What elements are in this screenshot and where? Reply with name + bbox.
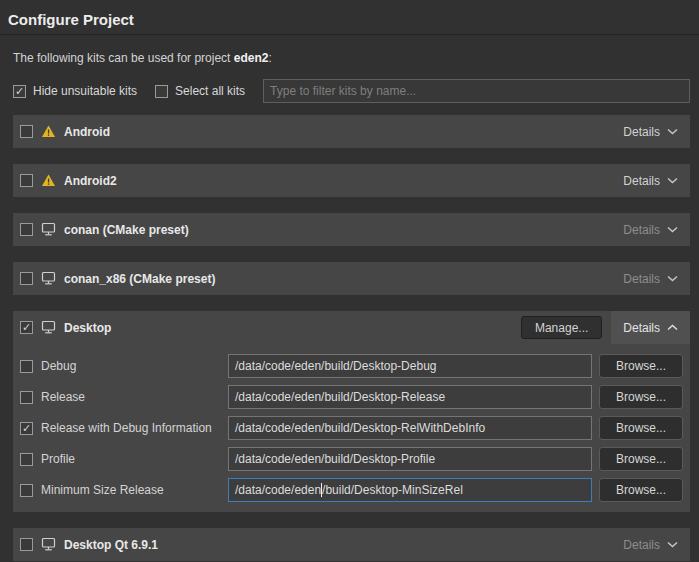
kit-header-android2: Android2Details (13, 164, 690, 197)
kit-card-android: AndroidDetails (13, 115, 690, 148)
title-separator (0, 34, 699, 35)
config-checkbox-release-with-debug-information[interactable] (20, 422, 33, 435)
kit-checkbox-android2[interactable] (20, 174, 33, 187)
config-path-input-profile[interactable]: /data/code/eden/build/Desktop-Profile (228, 447, 592, 471)
build-config-row-release: Release/data/code/eden/build/Desktop-Rel… (20, 385, 683, 409)
select-all-kits-checkbox[interactable] (155, 85, 168, 98)
browse-button-minimum-size-release[interactable]: Browse... (599, 478, 683, 502)
kit-list: AndroidDetailsAndroid2Detailsconan (CMak… (13, 115, 690, 561)
hide-unsuitable-kits-checkbox[interactable] (13, 85, 26, 98)
config-checkbox-profile[interactable] (20, 453, 33, 466)
select-all-kits-checkbox-group[interactable]: Select all kits (155, 84, 245, 98)
browse-button-release[interactable]: Browse... (599, 385, 683, 409)
chevron-down-icon (667, 177, 678, 184)
build-config-row-debug: Debug/data/code/eden/build/Desktop-Debug… (20, 354, 683, 378)
details-toggle-android[interactable]: Details (611, 115, 690, 148)
config-checkbox-minimum-size-release[interactable] (20, 484, 33, 497)
kit-details-body-desktop: Debug/data/code/eden/build/Desktop-Debug… (13, 344, 690, 512)
details-label: Details (623, 125, 660, 139)
kit-header-desktop-qt-6-9-1: Desktop Qt 6.9.1Details (13, 528, 690, 561)
kit-card-conan-x86-cmake-preset: conan_x86 (CMake preset)Details (13, 262, 690, 295)
config-label-release: Release (41, 390, 228, 404)
build-config-row-release-with-debug-information: Release with Debug Information/data/code… (20, 416, 683, 440)
config-label-minimum-size-release: Minimum Size Release (41, 483, 228, 497)
build-config-row-profile: Profile/data/code/eden/build/Desktop-Pro… (20, 447, 683, 471)
kit-card-android2: Android2Details (13, 164, 690, 197)
details-toggle-conan-x86-cmake-preset[interactable]: Details (611, 262, 690, 295)
kit-name-android: Android (64, 125, 110, 139)
kit-checkbox-desktop[interactable] (20, 321, 33, 334)
chevron-down-icon (667, 275, 678, 282)
details-label: Details (623, 538, 660, 552)
kit-filter-input[interactable] (263, 79, 690, 103)
kit-card-desktop: DesktopManage...DetailsDebug/data/code/e… (13, 311, 690, 512)
kit-name-desktop: Desktop (64, 321, 111, 335)
desktop-icon (41, 271, 56, 286)
config-path-input-release-with-debug-information[interactable]: /data/code/eden/build/Desktop-RelWithDeb… (228, 416, 592, 440)
details-label: Details (623, 174, 660, 188)
desktop-icon (41, 222, 56, 237)
kit-header-conan-x86-cmake-preset: conan_x86 (CMake preset)Details (13, 262, 690, 295)
kits-help-text: The following kits can be used for proje… (13, 51, 699, 65)
project-name: eden2 (234, 51, 269, 65)
chevron-down-icon (667, 226, 678, 233)
details-label: Details (623, 223, 660, 237)
kit-name-conan-cmake-preset: conan (CMake preset) (64, 223, 189, 237)
manage-kit-button[interactable]: Manage... (521, 316, 602, 339)
build-config-row-minimum-size-release: Minimum Size Release/data/code/eden/buil… (20, 478, 683, 502)
warning-icon (41, 173, 56, 188)
details-toggle-conan-cmake-preset[interactable]: Details (611, 213, 690, 246)
hide-unsuitable-kits-checkbox-group[interactable]: Hide unsuitable kits (13, 84, 137, 98)
config-checkbox-release[interactable] (20, 391, 33, 404)
chevron-up-icon (667, 324, 678, 331)
details-toggle-android2[interactable]: Details (611, 164, 690, 197)
kit-checkbox-conan-x86-cmake-preset[interactable] (20, 272, 33, 285)
config-label-profile: Profile (41, 452, 228, 466)
kit-header-conan-cmake-preset: conan (CMake preset)Details (13, 213, 690, 246)
config-label-debug: Debug (41, 359, 228, 373)
config-label-release-with-debug-information: Release with Debug Information (41, 421, 228, 435)
kit-checkbox-android[interactable] (20, 125, 33, 138)
kit-name-conan-x86-cmake-preset: conan_x86 (CMake preset) (64, 272, 215, 286)
details-toggle-desktop[interactable]: Details (611, 311, 690, 344)
help-text-suffix: : (268, 51, 271, 65)
details-toggle-desktop-qt-6-9-1[interactable]: Details (611, 528, 690, 561)
page-title: Configure Project (0, 0, 699, 34)
desktop-icon (41, 537, 56, 552)
kit-card-desktop-qt-6-9-1: Desktop Qt 6.9.1Details (13, 528, 690, 561)
kit-header-desktop: DesktopManage...Details (13, 311, 690, 344)
kit-name-desktop-qt-6-9-1: Desktop Qt 6.9.1 (64, 538, 158, 552)
browse-button-profile[interactable]: Browse... (599, 447, 683, 471)
kit-card-conan-cmake-preset: conan (CMake preset)Details (13, 213, 690, 246)
browse-button-debug[interactable]: Browse... (599, 354, 683, 378)
select-all-kits-label: Select all kits (175, 84, 245, 98)
kit-checkbox-desktop-qt-6-9-1[interactable] (20, 538, 33, 551)
kit-checkbox-conan-cmake-preset[interactable] (20, 223, 33, 236)
warning-icon (41, 124, 56, 139)
config-path-input-debug[interactable]: /data/code/eden/build/Desktop-Debug (228, 354, 592, 378)
chevron-down-icon (667, 128, 678, 135)
desktop-icon (41, 320, 56, 335)
kit-header-android: AndroidDetails (13, 115, 690, 148)
filter-row: Hide unsuitable kits Select all kits (13, 79, 690, 103)
config-path-input-release[interactable]: /data/code/eden/build/Desktop-Release (228, 385, 592, 409)
details-label: Details (623, 321, 660, 335)
chevron-down-icon (667, 541, 678, 548)
hide-unsuitable-kits-label: Hide unsuitable kits (33, 84, 137, 98)
details-label: Details (623, 272, 660, 286)
config-checkbox-debug[interactable] (20, 360, 33, 373)
kit-name-android2: Android2 (64, 174, 117, 188)
help-text-prefix: The following kits can be used for proje… (13, 51, 234, 65)
browse-button-release-with-debug-information[interactable]: Browse... (599, 416, 683, 440)
config-path-input-minimum-size-release[interactable]: /data/code/eden/build/Desktop-MinSizeRel (228, 478, 592, 502)
